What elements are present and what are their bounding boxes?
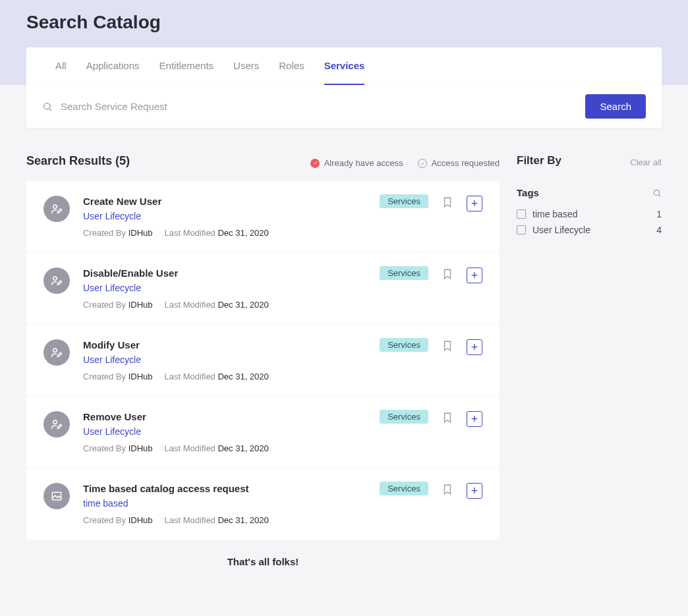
filter-tags-heading: Tags (517, 187, 539, 198)
result-meta: Created By IDHubLast Modified Dec 31, 20… (83, 372, 366, 381)
svg-point-0 (44, 103, 50, 109)
search-button[interactable]: Search (585, 94, 646, 119)
filter-tag-label: User Lifecycle (532, 225, 590, 235)
result-title: Modify User (83, 339, 366, 350)
svg-line-1 (49, 109, 51, 111)
services-badge: Services (380, 338, 428, 352)
user-edit-icon (43, 196, 70, 222)
tab-all[interactable]: All (55, 47, 67, 85)
tab-entitlements[interactable]: Entitlements (159, 47, 214, 85)
filter-checkbox-row[interactable]: time based1 (517, 206, 662, 222)
legend-access-requested: Access requested (418, 158, 500, 168)
compass-icon (310, 159, 320, 168)
results-title: Search Results (5) (26, 154, 130, 168)
tab-users[interactable]: Users (233, 47, 259, 85)
check-circle-icon (418, 159, 427, 168)
result-meta: Created By IDHubLast Modified Dec 31, 20… (83, 443, 366, 453)
add-button[interactable]: + (467, 267, 482, 283)
result-tag-link[interactable]: User Lifecycle (83, 426, 366, 437)
result-card: Modify UserUser LifecycleCreated By IDHu… (26, 325, 500, 396)
legend-label: Already have access (324, 158, 403, 168)
result-title: Create New User (83, 196, 366, 207)
svg-point-7 (654, 190, 659, 195)
bookmark-icon[interactable] (440, 196, 455, 210)
tab-applications[interactable]: Applications (86, 47, 140, 85)
end-of-results: That's all folks! (26, 540, 500, 571)
result-title: Disable/Enable User (83, 267, 366, 279)
result-tag-link[interactable]: time based (83, 498, 366, 509)
results-legend: Already have access Access requested (310, 158, 500, 168)
services-badge: Services (380, 410, 428, 424)
services-badge: Services (380, 482, 428, 495)
search-input[interactable] (53, 96, 585, 117)
image-icon (43, 483, 70, 509)
filter-title: Filter By (517, 154, 561, 167)
result-title: Time based catalog access request (83, 483, 366, 494)
result-title: Remove User (83, 411, 366, 422)
result-meta: Created By IDHubLast Modified Dec 31, 20… (83, 515, 366, 525)
filter-tag-count: 1 (656, 209, 662, 219)
search-icon (42, 101, 53, 112)
result-card: Time based catalog access requesttime ba… (26, 468, 500, 540)
services-badge: Services (380, 194, 428, 208)
checkbox-icon (517, 225, 526, 235)
filter-search-icon[interactable] (652, 188, 662, 198)
bookmark-icon[interactable] (440, 411, 455, 426)
add-button[interactable]: + (467, 196, 482, 211)
result-card: Remove UserUser LifecycleCreated By IDHu… (26, 397, 500, 468)
result-meta: Created By IDHubLast Modified Dec 31, 20… (83, 228, 366, 238)
filter-tag-count: 4 (656, 225, 662, 235)
tabs: AllApplicationsEntitlementsUsersRolesSer… (26, 47, 662, 85)
bookmark-icon[interactable] (440, 267, 455, 282)
checkbox-icon (517, 210, 526, 219)
filter-tag-label: time based (532, 209, 577, 219)
page-title: Search Catalog (26, 12, 662, 47)
add-button[interactable]: + (467, 339, 482, 355)
svg-point-3 (53, 277, 57, 280)
user-edit-icon (43, 411, 70, 437)
user-edit-icon (43, 339, 70, 366)
tab-services[interactable]: Services (324, 47, 365, 85)
svg-point-4 (53, 349, 57, 352)
result-meta: Created By IDHubLast Modified Dec 31, 20… (83, 300, 366, 310)
result-tag-link[interactable]: User Lifecycle (83, 211, 366, 221)
result-card: Disable/Enable UserUser LifecycleCreated… (26, 253, 500, 324)
add-button[interactable]: + (467, 411, 482, 427)
filter-checkbox-row[interactable]: User Lifecycle4 (517, 222, 662, 238)
svg-point-5 (53, 420, 57, 424)
services-badge: Services (380, 266, 428, 280)
search-bar: Search (26, 85, 662, 128)
bookmark-icon[interactable] (440, 483, 455, 497)
add-button[interactable]: + (467, 483, 482, 499)
legend-already-have-access: Already have access (310, 158, 403, 168)
result-card: Create New UserUser LifecycleCreated By … (26, 181, 500, 252)
tab-roles[interactable]: Roles (279, 47, 304, 85)
result-tag-link[interactable]: User Lifecycle (83, 354, 366, 365)
bookmark-icon[interactable] (440, 339, 455, 354)
user-edit-icon (43, 267, 70, 294)
result-tag-link[interactable]: User Lifecycle (83, 283, 366, 293)
svg-line-8 (659, 194, 661, 196)
svg-point-2 (53, 205, 57, 208)
legend-label: Access requested (432, 158, 500, 168)
clear-filters-button[interactable]: Clear all (630, 157, 662, 167)
svg-rect-6 (52, 492, 61, 500)
